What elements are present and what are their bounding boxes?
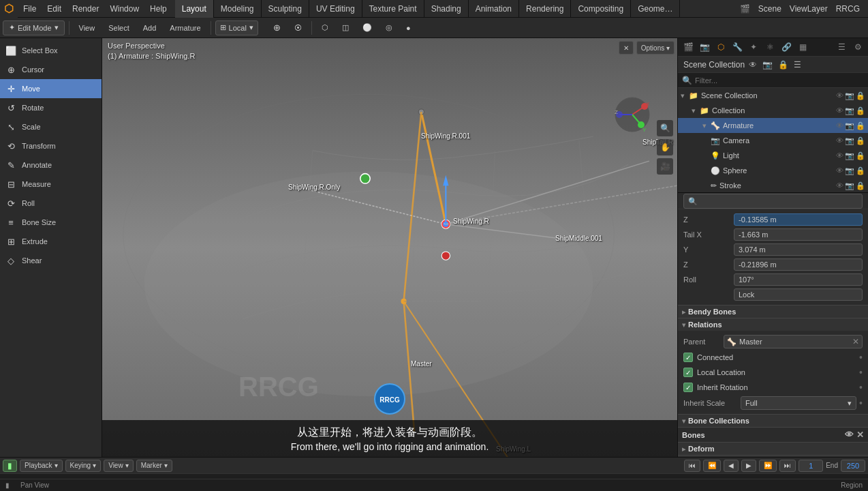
outliner-stroke[interactable]: ▸ ✏ Stroke 👁 📷 🔒 <box>678 178 868 193</box>
play-btn[interactable]: ▶ <box>741 460 756 472</box>
tab-texture-paint[interactable]: Texture Paint <box>362 0 424 18</box>
menu-help[interactable]: Help <box>144 0 172 18</box>
z-value[interactable]: -0.13585 m <box>734 213 863 226</box>
toolbar-view[interactable]: View <box>74 20 101 35</box>
tool-cursor[interactable]: ⊕ Cursor <box>0 60 102 79</box>
proportional-toggle[interactable]: ⦿ <box>289 20 307 35</box>
prop-search-input[interactable] <box>683 194 863 209</box>
tool-bone-size[interactable]: ≡ Bone Size <box>0 213 102 232</box>
view-btn[interactable]: 🎥 <box>657 158 673 175</box>
scene-name[interactable]: Scene <box>756 4 784 14</box>
lock-icon[interactable]: 🔒 <box>856 91 865 100</box>
lock-icon-6[interactable]: 🔒 <box>856 166 865 175</box>
tab-geome[interactable]: Geome… <box>631 0 680 18</box>
settings-icon[interactable]: ⚙ <box>850 40 865 55</box>
panel-icon-scene[interactable]: 🎬 <box>681 40 696 55</box>
menu-file[interactable]: File <box>18 0 42 18</box>
tool-scale[interactable]: ⤡ Scale <box>0 117 102 136</box>
magnify-btn[interactable]: 🔍 <box>657 120 673 136</box>
shading-material[interactable]: ◎ <box>380 20 398 35</box>
outliner-search-input[interactable] <box>695 76 864 85</box>
outliner-sphere[interactable]: ▸ ⚪ Sphere 👁 📷 🔒 <box>678 163 868 178</box>
tool-move[interactable]: ✛ Move <box>0 79 102 98</box>
viewport-gizmo[interactable]: X Y Z <box>614 96 651 134</box>
lock-icon-3[interactable]: 🔒 <box>856 121 865 130</box>
keying-dropdown[interactable]: Keying ▾ <box>65 460 102 472</box>
deform-section[interactable]: ▸ Deform <box>678 442 868 455</box>
tool-roll[interactable]: ⟳ Roll <box>0 194 102 213</box>
render-icon-5[interactable]: 📷 <box>845 151 854 160</box>
tool-annotate[interactable]: ✎ Annotate <box>0 155 102 175</box>
panel-icon-constraints[interactable]: 🔗 <box>779 40 794 55</box>
render-icon[interactable]: 📷 <box>845 91 854 100</box>
eye-icon-2[interactable]: 👁 <box>836 106 843 115</box>
eye-icon-5[interactable]: 👁 <box>836 151 843 160</box>
tab-shading[interactable]: Shading <box>424 0 469 18</box>
outliner-eye-btn[interactable]: 👁 <box>747 60 758 70</box>
eye-icon[interactable]: 👁 <box>836 91 843 100</box>
tail-z-value[interactable]: -0.21896 m <box>734 258 863 271</box>
tool-transform[interactable]: ⟲ Transform <box>0 136 102 155</box>
tool-rotate[interactable]: ↺ Rotate <box>0 98 102 117</box>
menu-render[interactable]: Render <box>67 0 104 18</box>
shading-solid[interactable]: ⚪ <box>357 20 377 35</box>
roll-value[interactable]: 107° <box>734 273 863 286</box>
tab-uv-editing[interactable]: UV Editing <box>309 0 362 18</box>
local-location-dot[interactable]: • <box>859 367 863 378</box>
playback-dropdown[interactable]: Playback ▾ <box>20 460 63 472</box>
tab-rendering[interactable]: Rendering <box>519 0 571 18</box>
menu-window[interactable]: Window <box>104 0 144 18</box>
tail-x-value[interactable]: -1.663 m <box>734 228 863 241</box>
outliner-filter-btn[interactable]: ☰ <box>792 60 803 70</box>
lock-icon-5[interactable]: 🔒 <box>856 151 865 160</box>
panel-icon-particles[interactable]: ✦ <box>746 40 761 55</box>
outliner-armature[interactable]: ▾ 🦴 Armature 👁 📷 🔒 <box>678 118 868 133</box>
relations-section-header[interactable]: ▾ Relations <box>678 318 868 331</box>
tab-compositing[interactable]: Compositing <box>571 0 631 18</box>
bones-eye-btn[interactable]: 👁 <box>845 430 854 440</box>
tool-select-box[interactable]: ⬜ Select Box <box>0 41 102 60</box>
parent-clear-btn[interactable]: ✕ <box>852 337 859 346</box>
shading-rendered[interactable]: ● <box>401 20 416 35</box>
connected-checkbox[interactable]: ✓ <box>683 353 693 362</box>
toolbar-select[interactable]: Select <box>103 20 135 35</box>
mode-selector[interactable]: ✦ Edit Mode ▾ <box>3 20 65 35</box>
menu-edit[interactable]: Edit <box>42 0 67 18</box>
jump-end-btn[interactable]: ⏭ <box>779 460 796 472</box>
bone-collections-header[interactable]: ▾ Bone Collections <box>678 414 868 427</box>
toolbar-add[interactable]: Add <box>138 20 162 35</box>
tab-sculpting[interactable]: Sculpting <box>262 0 309 18</box>
viewport-close-btn[interactable]: ✕ <box>619 41 634 55</box>
panel-icon-physics[interactable]: ⚛ <box>762 40 777 55</box>
outliner-collection[interactable]: ▾ 📁 Collection 👁 📷 🔒 <box>678 103 868 118</box>
inherit-scale-dot[interactable]: • <box>859 398 863 408</box>
play-reverse-btn[interactable]: ◀ <box>724 460 739 472</box>
inherit-scale-dropdown[interactable]: Full ▾ <box>741 396 856 410</box>
panel-icon-modifier[interactable]: 🔧 <box>730 40 745 55</box>
tab-animation[interactable]: Animation <box>469 0 519 18</box>
orientation-selector[interactable]: ⊞ Local ▾ <box>215 20 258 35</box>
toolbar-armature[interactable]: Armature <box>164 20 206 35</box>
outliner-camera-btn[interactable]: 📷 <box>761 60 774 70</box>
outliner-camera[interactable]: ▸ 📷 Camera 👁 📷 🔒 <box>678 133 868 148</box>
bendy-bones-section[interactable]: ▸ Bendy Bones <box>678 305 868 318</box>
panel-icon-render[interactable]: 📷 <box>697 40 712 55</box>
current-frame-input[interactable] <box>799 460 823 472</box>
outliner-lock-btn[interactable]: 🔒 <box>777 60 790 70</box>
panel-icon-data[interactable]: ▦ <box>795 40 810 55</box>
lock-icon-2[interactable]: 🔒 <box>856 106 865 115</box>
local-location-checkbox[interactable]: ✓ <box>683 368 693 377</box>
bones-close-btn[interactable]: ✕ <box>856 430 864 440</box>
viewport-options-btn[interactable]: Options ▾ <box>636 41 675 55</box>
outliner-scene-collection[interactable]: ▾ 📁 Scene Collection 👁 📷 🔒 <box>678 88 868 103</box>
eye-icon-6[interactable]: 👁 <box>836 166 843 175</box>
parent-field[interactable]: 🦴 Master ✕ <box>724 335 863 348</box>
inherit-rotation-checkbox[interactable]: ✓ <box>683 383 693 392</box>
connected-dot[interactable]: • <box>859 352 863 363</box>
tool-shear[interactable]: ◇ Shear <box>0 251 102 270</box>
view-dropdown[interactable]: View ▾ <box>104 460 134 472</box>
eye-icon-7[interactable]: 👁 <box>836 181 843 190</box>
inherit-rotation-dot[interactable]: • <box>859 382 863 393</box>
snapping-toggle[interactable]: ⊕ <box>268 20 286 35</box>
render-icon-2[interactable]: 📷 <box>845 106 854 115</box>
